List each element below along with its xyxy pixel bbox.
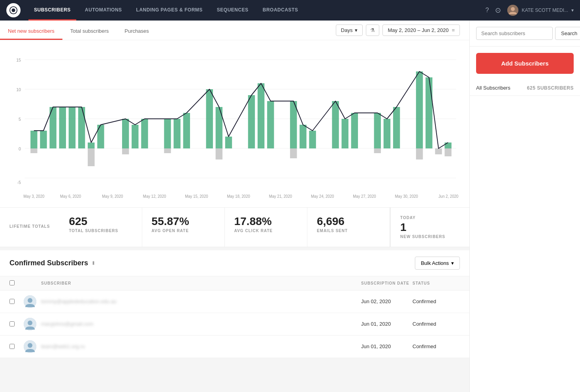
tab-purchases[interactable]: Purchases (117, 22, 156, 40)
emails-sent-value: 6,696 (317, 216, 380, 228)
subscriber-avatar-icon (24, 318, 36, 330)
svg-rect-53 (435, 148, 442, 154)
nav-logo[interactable] (6, 3, 21, 17)
tab-total[interactable]: Total subscribers (62, 22, 117, 40)
table-title: Confirmed Subscribers (9, 259, 88, 267)
svg-rect-50 (416, 71, 423, 148)
svg-text:-5: -5 (17, 180, 21, 185)
status-cell: Confirmed (412, 343, 460, 349)
table-col-headers: SUBSCRIBER SUBSCRIPTION DATE STATUS (0, 276, 469, 291)
search-area: Search (470, 21, 580, 47)
svg-point-72 (28, 343, 32, 348)
all-subscribers-count: 625 SUBSCRIBERS (527, 85, 574, 91)
nav-item-automations[interactable]: AUTOMATIONS (79, 0, 128, 21)
days-dropdown[interactable]: Days ▾ (336, 24, 363, 36)
new-subscribers-value: 1 (400, 221, 460, 234)
svg-rect-51 (416, 148, 423, 159)
row-checkbox[interactable] (9, 299, 15, 304)
svg-text:May 24, 2020: May 24, 2020 (311, 194, 334, 199)
svg-rect-30 (173, 119, 180, 148)
status-badge: Confirmed (412, 298, 436, 304)
svg-rect-25 (122, 148, 129, 154)
svg-rect-24 (122, 119, 129, 148)
nav-bar: SUBSCRIBERS AUTOMATIONS LANDING PAGES & … (0, 0, 580, 21)
svg-rect-28 (164, 119, 171, 148)
add-subscribers-button[interactable]: Add Subscribers (476, 53, 574, 74)
svg-rect-47 (374, 148, 381, 153)
email-text: team@web1.org.ru (41, 343, 85, 349)
stats-bar: LIFETIME TOTALS 625 TOTAL SUBSCRIBERS 55… (0, 208, 469, 247)
nav-item-landing-pages[interactable]: LANDING PAGES & FORMS (131, 0, 208, 21)
nav-user[interactable]: KATE SCOTT MEDI... ▾ (507, 5, 574, 16)
row-avatar (24, 295, 41, 308)
svg-rect-44 (342, 119, 348, 148)
tabs-list: Net new subscribers Total subscribers Pu… (0, 22, 157, 40)
svg-point-3 (511, 7, 515, 11)
select-all-checkbox[interactable] (9, 280, 15, 285)
row-checkbox-cell (9, 321, 24, 326)
filter-controls: Days ▾ ⚗ May 2, 2020 – Jun 2, 2020 ≡ (326, 21, 469, 40)
svg-rect-39 (290, 101, 297, 148)
open-rate-value: 55.87% (152, 216, 215, 228)
svg-rect-22 (88, 148, 94, 166)
subscription-date: Jun 01, 2020 (361, 321, 412, 327)
click-rate-value: 17.88% (234, 216, 298, 228)
date-range-picker[interactable]: May 2, 2020 – Jun 2, 2020 ≡ (382, 24, 460, 36)
svg-rect-46 (374, 113, 381, 148)
nav-item-sequences[interactable]: SEQUENCES (211, 0, 254, 21)
tab-net-new[interactable]: Net new subscribers (0, 22, 62, 40)
svg-rect-55 (444, 148, 451, 156)
subscriber-email: team@web1.org.ru (41, 343, 361, 349)
search-button[interactable]: Search (555, 27, 580, 40)
search-input[interactable] (476, 27, 553, 40)
avatar (507, 5, 518, 16)
subscriber-email: tommy@applededucation.edu.au (41, 298, 361, 304)
svg-rect-45 (351, 113, 358, 148)
svg-rect-37 (258, 83, 264, 148)
total-subscribers-label: TOTAL SUBSCRIBERS (69, 229, 132, 233)
sort-icon[interactable]: ⬍ (91, 260, 96, 266)
email-text: tommy@applededucation.edu.au (41, 298, 117, 304)
svg-rect-54 (444, 143, 451, 148)
svg-text:Jun 2, 2020: Jun 2, 2020 (439, 194, 459, 199)
svg-text:15: 15 (16, 58, 21, 62)
svg-rect-23 (97, 125, 104, 148)
subscription-date: Jun 02, 2020 (361, 298, 412, 304)
status-cell: Confirmed (412, 321, 460, 327)
svg-rect-35 (225, 137, 232, 148)
svg-text:May 27, 2020: May 27, 2020 (353, 194, 376, 199)
svg-text:May 21, 2020: May 21, 2020 (269, 194, 292, 199)
row-avatar (24, 318, 41, 330)
header-checkbox-cell (9, 280, 24, 286)
left-panel: Net new subscribers Total subscribers Pu… (0, 21, 469, 392)
table-row: maryjohns@gmail.com Jun 01, 2020 Confirm… (0, 313, 469, 336)
row-checkbox-cell (9, 299, 24, 304)
row-checkbox[interactable] (9, 344, 15, 349)
svg-point-68 (28, 298, 32, 303)
total-subscribers-value: 625 (69, 216, 132, 228)
svg-rect-29 (164, 148, 171, 153)
svg-text:0: 0 (19, 146, 21, 151)
row-checkbox[interactable] (9, 321, 15, 326)
open-rate-label: AVG OPEN RATE (152, 229, 215, 233)
lifetime-label: LIFETIME TOTALS (0, 208, 59, 247)
filter-button[interactable]: ⚗ (366, 24, 379, 36)
subscription-date: Jun 01, 2020 (361, 343, 412, 349)
header-status: STATUS (412, 281, 460, 285)
svg-rect-52 (426, 77, 432, 148)
stat-emails-sent: 6,696 EMAILS SENT (307, 208, 390, 247)
svg-text:May 30, 2020: May 30, 2020 (395, 194, 418, 199)
nav-item-broadcasts[interactable]: BROADCASTS (257, 0, 304, 21)
svg-rect-43 (332, 101, 339, 148)
right-all-subscribers[interactable]: All Subscribers 625 SUBSCRIBERS (470, 80, 580, 96)
nav-item-subscribers[interactable]: SUBSCRIBERS (28, 0, 76, 21)
svg-rect-34 (216, 148, 222, 159)
header-date: SUBSCRIPTION DATE (361, 281, 412, 285)
help-icon[interactable]: ? (486, 7, 489, 14)
bulk-actions-button[interactable]: Bulk Actions ▾ (415, 257, 460, 270)
svg-rect-31 (183, 113, 190, 148)
svg-text:May 18, 2020: May 18, 2020 (227, 194, 250, 199)
svg-rect-18 (59, 107, 66, 148)
row-avatar (24, 340, 41, 353)
date-range-text: May 2, 2020 – Jun 2, 2020 (388, 27, 448, 33)
